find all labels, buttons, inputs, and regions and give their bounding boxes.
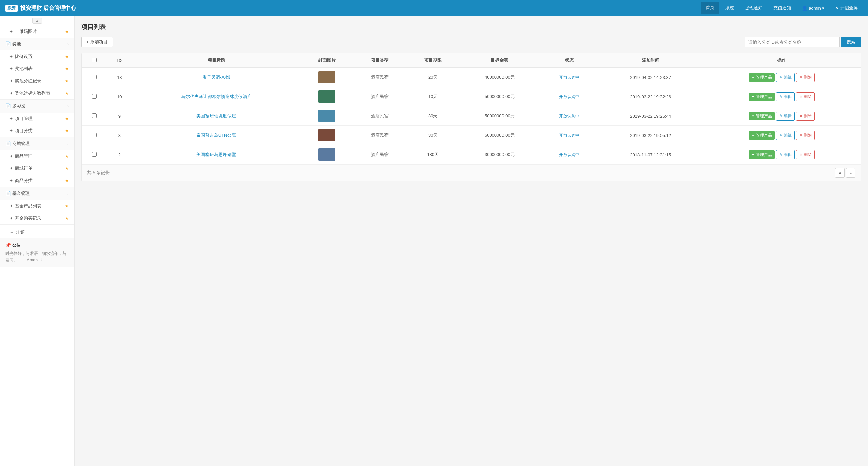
manage-icon-3: ✦: [751, 133, 755, 138]
sidebar-item-goods-category[interactable]: ✦ 商品分类 ★: [0, 175, 74, 187]
td-image-2: [300, 106, 353, 126]
delete-btn-2[interactable]: ✕ 删除: [796, 112, 815, 121]
search-input[interactable]: [745, 37, 840, 47]
shop-arrow: ›: [67, 142, 69, 146]
td-checkbox-1: [82, 87, 107, 106]
th-status: 状态: [540, 53, 599, 68]
project-title-link-2[interactable]: 美国塞班仙境度假屋: [196, 113, 236, 118]
edit-btn-2[interactable]: ✎ 编辑: [776, 112, 795, 121]
delete-btn-4[interactable]: ✕ 删除: [796, 150, 815, 159]
td-image-1: [300, 87, 353, 106]
ratio-icon: ✦: [9, 54, 13, 59]
th-id: ID: [107, 53, 132, 68]
td-type-4: 酒店民宿: [353, 145, 407, 164]
sidebar-group-fund-header[interactable]: 📄 基金管理 ›: [0, 187, 74, 200]
status-badge-1: 开放认购中: [559, 94, 579, 99]
fund-arrow: ›: [67, 191, 69, 196]
fund-label: 基金管理: [12, 191, 30, 196]
add-project-button[interactable]: + 添加项目: [81, 37, 113, 47]
project-title-link-1[interactable]: 马尔代夫马让都希尔顿逸林度假酒店: [181, 94, 252, 99]
project-title-link-0[interactable]: 蛋子民宿·京都: [202, 75, 230, 80]
page-prev-btn[interactable]: «: [835, 168, 845, 178]
dividend-label: 奖池分红记录: [15, 78, 41, 84]
page-title: 项目列表: [81, 23, 861, 31]
sidebar-scroll-up-area: ▲: [0, 16, 74, 25]
sidebar-group-prize-header[interactable]: 📄 奖池 ›: [0, 38, 74, 50]
delete-btn-3[interactable]: ✕ 删除: [796, 131, 815, 140]
delete-btn-0[interactable]: ✕ 删除: [796, 73, 815, 82]
winners-label: 奖池达标人数列表: [15, 90, 50, 96]
nav-system[interactable]: 系统: [721, 2, 739, 14]
edit-btn-3[interactable]: ✎ 编辑: [776, 131, 795, 140]
nav-fullscreen[interactable]: ✕ 开启全屏: [830, 2, 863, 14]
shop-children: ✦ 商品管理 ★ ✦ 商城订单 ★ ✦ 商品分类: [0, 150, 74, 187]
sidebar-item-goods-manage[interactable]: ✦ 商品管理 ★: [0, 150, 74, 162]
td-time-2: 2019-03-22 19:25:44: [599, 106, 703, 126]
td-id-3: 8: [107, 126, 132, 145]
project-title-link-3[interactable]: 泰国普吉岛UTN公寓: [196, 133, 236, 138]
manage-btn-4[interactable]: ✦ 管理产品: [749, 150, 775, 159]
select-all-checkbox[interactable]: [92, 58, 97, 62]
sidebar-item-project-manage[interactable]: ✦ 项目管理 ★: [0, 113, 74, 125]
delete-icon-1: ✕: [799, 94, 803, 99]
sidebar-item-fund-purchase[interactable]: ✦ 基金购买记录 ★: [0, 212, 74, 224]
nav-admin[interactable]: 👤 admin ▾: [797, 3, 829, 14]
search-button[interactable]: 搜索: [841, 37, 861, 47]
page-next-btn[interactable]: »: [846, 168, 855, 178]
sidebar-item-logout[interactable]: → 注销: [0, 226, 74, 238]
project-title-link-4[interactable]: 美国塞班岛思峰别墅: [196, 152, 236, 157]
row-checkbox-1[interactable]: [92, 94, 97, 99]
sidebar-group-multicolor-header[interactable]: 📄 多彩投 ›: [0, 100, 74, 113]
table-row: 13 蛋子民宿·京都 酒店民宿 20天 40000000.00元 开放认购中 2…: [82, 68, 861, 87]
edit-btn-1[interactable]: ✎ 编辑: [776, 92, 795, 101]
table-row: 2 美国塞班岛思峰别墅 酒店民宿 180天 30000000.00元 开放认购中…: [82, 145, 861, 164]
sidebar-group-shop-header[interactable]: 📄 商城管理 ›: [0, 137, 74, 150]
search-bar: 搜索: [745, 37, 861, 47]
sidebar-item-prize-dividend[interactable]: ✦ 奖池分红记录 ★: [0, 75, 74, 87]
sidebar-item-project-category[interactable]: ✦ 项目分类 ★: [0, 125, 74, 137]
nav-home[interactable]: 首页: [701, 2, 719, 14]
manage-btn-0[interactable]: ✦ 管理产品: [749, 73, 775, 82]
th-action: 操作: [703, 53, 861, 68]
delete-btn-1[interactable]: ✕ 删除: [796, 92, 815, 101]
notice-text: 时光静好，与君语；细水流年，与君同。—— Amaze UI: [5, 250, 69, 263]
sidebar-item-prize-winners[interactable]: ✦ 奖池达标人数列表 ★: [0, 87, 74, 99]
delete-icon-3: ✕: [799, 133, 803, 138]
sidebar-item-shop-orders[interactable]: ✦ 商城订单 ★: [0, 162, 74, 175]
edit-btn-0[interactable]: ✎ 编辑: [776, 73, 795, 82]
manage-btn-1[interactable]: ✦ 管理产品: [749, 93, 775, 101]
manage-btn-2[interactable]: ✦ 管理产品: [749, 112, 775, 120]
td-period-3: 30天: [406, 126, 459, 145]
project-category-label: 项目分类: [15, 128, 33, 134]
manage-btn-3[interactable]: ✦ 管理产品: [749, 131, 775, 140]
row-checkbox-0[interactable]: [92, 75, 97, 79]
row-checkbox-2[interactable]: [92, 113, 97, 118]
action-group-3: ✦ 管理产品 ✎ 编辑 ✕ 删除: [706, 131, 857, 140]
fund-product-star: ★: [65, 204, 69, 208]
nav-recharge[interactable]: 充值通知: [769, 2, 796, 14]
td-status-3: 开放认购中: [540, 126, 599, 145]
sidebar-item-prize-list[interactable]: ✦ 奖池列表 ★: [0, 63, 74, 75]
td-time-4: 2018-11-07 12:31:15: [599, 145, 703, 164]
project-image-1: [318, 90, 335, 103]
ratio-star: ★: [65, 54, 69, 59]
sidebar-item-fund-product[interactable]: ✦ 基金产品列表 ★: [0, 200, 74, 212]
fund-purchase-icon: ✦: [9, 216, 13, 221]
fund-purchase-label: 基金购买记录: [15, 215, 41, 221]
project-image-2: [318, 110, 335, 122]
td-image-4: [300, 145, 353, 164]
sidebar-item-ratio-setting[interactable]: ✦ 比例设置 ★: [0, 50, 74, 63]
sidebar-notice: 📌 公告 时光静好，与君语；细水流年，与君同。—— Amaze UI: [0, 238, 74, 267]
edit-btn-4[interactable]: ✎ 编辑: [776, 150, 795, 159]
row-checkbox-3[interactable]: [92, 133, 97, 137]
nav-withdraw[interactable]: 提现通知: [740, 2, 767, 14]
toolbar: + 添加项目 搜索: [81, 37, 861, 47]
status-badge-2: 开放认购中: [559, 114, 579, 118]
td-period-1: 10天: [406, 87, 459, 106]
sidebar-item-qrcode[interactable]: ✦ 二维码图片 ★: [0, 25, 74, 38]
td-title-0: 蛋子民宿·京都: [132, 68, 300, 87]
sidebar-scroll-up-btn[interactable]: ▲: [32, 18, 42, 24]
project-image-3: [318, 129, 335, 141]
table-footer: 共 5 条记录 « »: [82, 164, 861, 181]
row-checkbox-4[interactable]: [92, 152, 97, 157]
